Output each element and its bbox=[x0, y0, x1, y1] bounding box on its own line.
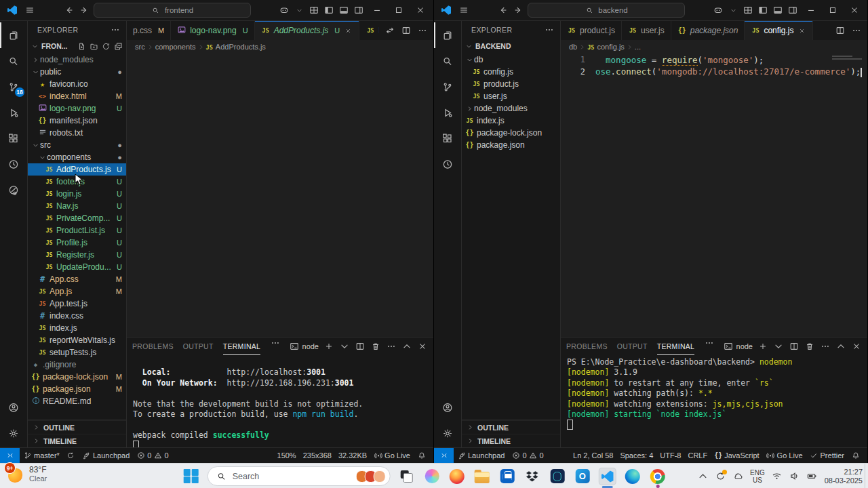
minimize-button[interactable] bbox=[802, 5, 820, 16]
tree-file-readme-md[interactable]: README.md bbox=[28, 395, 126, 407]
status-bell[interactable] bbox=[414, 448, 429, 463]
dropbox-icon[interactable] bbox=[524, 468, 541, 485]
breadcrumb-item[interactable]: components bbox=[155, 43, 196, 51]
activity-item-account[interactable] bbox=[0, 394, 27, 420]
tree-file-profile-js[interactable]: JSProfile.jsU bbox=[28, 237, 126, 249]
status-javascript[interactable]: {}JavaScript bbox=[711, 448, 762, 463]
minimize-button[interactable] bbox=[368, 5, 386, 16]
panel-more-tabs-icon[interactable] bbox=[704, 338, 715, 348]
kill-terminal-icon[interactable] bbox=[370, 341, 381, 352]
terminal-shell-selector[interactable]: node bbox=[723, 341, 753, 352]
activity-item-explorer[interactable] bbox=[434, 22, 461, 48]
tray-cloud-icon[interactable] bbox=[732, 471, 743, 482]
editor-tab-config-js[interactable]: JSconfig.js bbox=[745, 21, 813, 40]
firefox-icon[interactable] bbox=[448, 468, 466, 485]
close-button[interactable] bbox=[846, 5, 863, 16]
tree-file-app-test-js[interactable]: JSApp.test.js bbox=[28, 298, 126, 310]
back-icon[interactable] bbox=[64, 5, 75, 16]
tab-close-icon[interactable] bbox=[797, 26, 806, 35]
back-icon[interactable] bbox=[498, 5, 509, 16]
tree-file-package-lock-json[interactable]: {}package-lock.json bbox=[462, 127, 560, 139]
status-master-[interactable]: master* bbox=[20, 448, 63, 463]
maximize-button[interactable] bbox=[824, 5, 842, 16]
new-file-icon[interactable] bbox=[76, 41, 87, 52]
editor-tab-package-json[interactable]: {}package.json bbox=[671, 21, 745, 40]
status-0[interactable]: 00 bbox=[508, 448, 547, 463]
panel-tab-output[interactable]: OUTPUT bbox=[183, 338, 214, 355]
copilot-icon[interactable] bbox=[713, 5, 724, 16]
panel-bottom-icon[interactable] bbox=[338, 5, 349, 16]
panel-tab-terminal[interactable]: TERMINAL bbox=[223, 338, 261, 355]
status-ln-2-col-58[interactable]: Ln 2, Col 58 bbox=[570, 448, 616, 463]
editor-tab-p-css[interactable]: p.cssM bbox=[127, 21, 171, 40]
tree-file-nav-js[interactable]: JSNav.jsU bbox=[28, 200, 126, 212]
tray-sync-icon[interactable] bbox=[715, 471, 726, 482]
activity-item-todo-tool[interactable] bbox=[0, 177, 27, 203]
tree-file-login-js[interactable]: JSlogin.jsU bbox=[28, 188, 126, 200]
taskbar-search[interactable]: Search bbox=[208, 466, 391, 486]
tree-folder-components[interactable]: components● bbox=[28, 151, 126, 163]
panel-tab-problems[interactable]: PROBLEMS bbox=[132, 338, 174, 355]
kill-terminal-icon[interactable] bbox=[804, 341, 815, 352]
maximize-panel-icon[interactable] bbox=[835, 341, 846, 352]
collapse-all-icon[interactable] bbox=[113, 41, 123, 52]
tree-folder-src[interactable]: src● bbox=[28, 139, 126, 151]
new-folder-icon[interactable] bbox=[88, 41, 99, 52]
close-panel-icon[interactable] bbox=[851, 341, 862, 352]
activity-item-remote-tool[interactable] bbox=[434, 151, 461, 177]
panel-tab-problems[interactable]: PROBLEMS bbox=[566, 338, 608, 355]
activity-item-settings[interactable] bbox=[0, 420, 27, 446]
tree-file-robots-txt[interactable]: robots.txt bbox=[28, 127, 126, 139]
breadcrumb-item[interactable]: JSconfig.js bbox=[587, 43, 625, 51]
sidebar-panel-outline[interactable]: OUTLINE bbox=[462, 420, 560, 434]
breadcrumb-item[interactable]: ... bbox=[635, 43, 641, 51]
tree-file-package-json[interactable]: {}package.json bbox=[462, 139, 560, 151]
chrome-icon[interactable] bbox=[649, 468, 667, 485]
terminal-output[interactable]: Local: http://localhost:3001 On Your Net… bbox=[127, 355, 433, 447]
terminal-more-icon[interactable] bbox=[386, 341, 397, 352]
more-icon[interactable] bbox=[851, 25, 862, 36]
panel-left-icon[interactable] bbox=[757, 5, 768, 16]
tree-file-favicon-ico[interactable]: ★favicon.ico bbox=[28, 78, 126, 90]
tree-file-privatecomp-[interactable]: JSPrivateComp...U bbox=[28, 212, 126, 224]
terminal-dropdown-icon[interactable] bbox=[339, 341, 350, 352]
layout-grid-icon[interactable] bbox=[743, 5, 753, 16]
activity-item-account[interactable] bbox=[434, 394, 461, 420]
activity-item-source-control[interactable] bbox=[434, 74, 461, 100]
status-sync[interactable] bbox=[63, 448, 79, 463]
breadcrumb-item[interactable]: src bbox=[135, 43, 145, 51]
more-actions-icon[interactable] bbox=[544, 24, 555, 35]
activity-item-run-debug[interactable] bbox=[0, 100, 27, 125]
tree-file-logo-nav-png[interactable]: logo-nav.pngU bbox=[28, 102, 126, 115]
activity-item-settings[interactable] bbox=[434, 420, 461, 446]
terminal-dropdown-icon[interactable] bbox=[773, 341, 784, 352]
forward-icon[interactable] bbox=[79, 5, 90, 16]
split-editor-icon[interactable] bbox=[401, 25, 412, 36]
activity-item-remote-tool[interactable] bbox=[0, 151, 27, 177]
more-actions-icon[interactable] bbox=[110, 24, 121, 35]
split-terminal-icon[interactable] bbox=[355, 341, 366, 352]
status-bell[interactable] bbox=[848, 448, 863, 463]
volume-icon[interactable] bbox=[789, 471, 800, 482]
tree-file-footer-js[interactable]: JSfooter.jsU bbox=[28, 176, 126, 188]
tree-file--gitignore[interactable]: ◆.gitignore bbox=[28, 359, 126, 371]
new-terminal-icon[interactable] bbox=[323, 341, 334, 352]
tree-file-package-json[interactable]: {}package.jsonM bbox=[28, 383, 126, 395]
tree-file-manifest-json[interactable]: {}manifest.json bbox=[28, 115, 126, 127]
tree-folder-db[interactable]: db bbox=[462, 54, 560, 66]
maximize-panel-icon[interactable] bbox=[401, 341, 412, 352]
workspace-section-header[interactable]: FRON... bbox=[28, 39, 126, 54]
file-explorer-icon[interactable] bbox=[473, 468, 491, 485]
terminal-output[interactable]: PS E:\Node_Practice\e-dashboard\backend>… bbox=[561, 355, 867, 447]
tree-file-product-js[interactable]: JSproduct.js bbox=[462, 78, 560, 90]
status-32-32kb[interactable]: 32.32KB bbox=[335, 448, 370, 463]
panel-right-icon[interactable] bbox=[787, 5, 798, 16]
tree-file-index-js[interactable]: JSindex.js bbox=[28, 322, 126, 334]
dev-app-icon[interactable] bbox=[549, 468, 566, 485]
panel-tab-output[interactable]: OUTPUT bbox=[617, 338, 648, 355]
split-editor-icon[interactable] bbox=[835, 25, 846, 36]
menu-icon[interactable] bbox=[458, 5, 469, 16]
status-235x368[interactable]: 235x368 bbox=[300, 448, 335, 463]
show-desktop-button[interactable] bbox=[865, 464, 868, 488]
tab-close-icon[interactable] bbox=[343, 26, 353, 35]
